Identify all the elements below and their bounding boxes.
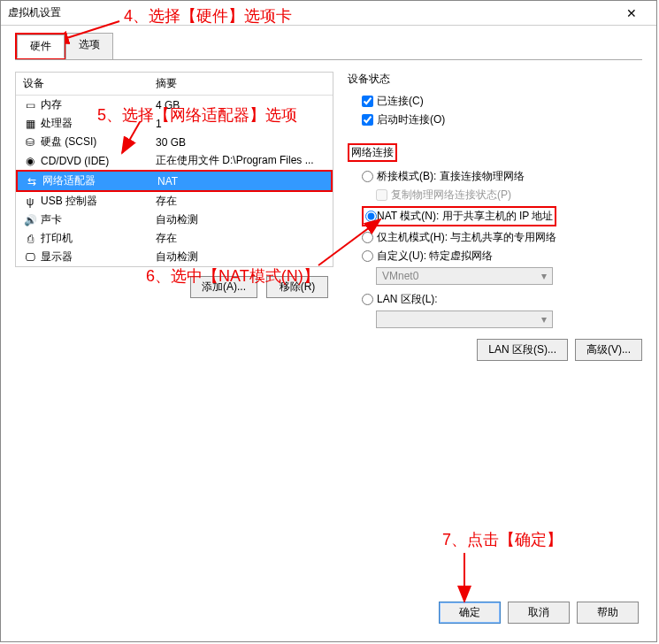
device-name: 硬盘 (SCSI) <box>41 134 156 150</box>
device-name: USB 控制器 <box>41 194 156 209</box>
device-summary: 存在 <box>156 231 326 246</box>
custom-dropdown: VMnet0 ▾ <box>376 267 553 285</box>
bridged-radio-row[interactable]: 桥接模式(B): 直接连接物理网络 <box>348 167 642 186</box>
titlebar: 虚拟机设置 ✕ <box>1 1 656 26</box>
content-area: 设备 摘要 ▭内存4 GB▦处理器1⛁硬盘 (SCSI)30 GB◉CD/DVD… <box>1 61 656 386</box>
device-name: 打印机 <box>41 231 156 246</box>
hostonly-radio-row[interactable]: 仅主机模式(H): 与主机共享的专用网络 <box>348 228 642 247</box>
help-button[interactable]: 帮助 <box>577 602 639 624</box>
device-row-net[interactable]: ⇆网络适配器NAT <box>18 172 331 190</box>
cpu-icon: ▦ <box>23 118 37 130</box>
hostonly-label: 仅主机模式(H): 与主机共享的专用网络 <box>377 230 556 245</box>
connected-checkbox[interactable] <box>362 96 373 107</box>
device-header: 设备 摘要 <box>16 73 333 96</box>
device-name: 处理器 <box>41 116 156 131</box>
device-row-cd[interactable]: ◉CD/DVD (IDE)正在使用文件 D:\Program Files ... <box>16 151 333 170</box>
custom-label: 自定义(U): 特定虚拟网络 <box>377 249 493 264</box>
device-name: 显示器 <box>41 249 156 264</box>
network-buttons: LAN 区段(S)... 高级(V)... <box>348 339 642 361</box>
dsp-icon: 🖵 <box>23 251 37 264</box>
advanced-button[interactable]: 高级(V)... <box>575 339 642 361</box>
network-title: 网络连接 <box>348 143 642 162</box>
header-summary: 摘要 <box>156 76 326 91</box>
prn-icon: ⎙ <box>23 233 37 245</box>
header-device: 设备 <box>23 76 156 91</box>
device-summary: 1 <box>156 118 326 130</box>
lan-radio-row[interactable]: LAN 区段(L): <box>348 290 642 309</box>
custom-radio[interactable] <box>362 250 373 262</box>
device-name: 声卡 <box>41 212 156 227</box>
nat-highlight: NAT 模式(N): 用于共享主机的 IP 地址 <box>362 206 556 226</box>
tab-hardware[interactable]: 硬件 <box>17 34 65 58</box>
lan-segment-button[interactable]: LAN 区段(S)... <box>477 339 568 361</box>
network-title-highlight: 网络连接 <box>348 143 397 162</box>
device-summary: 存在 <box>156 194 326 209</box>
replicate-label: 复制物理网络连接状态(P) <box>391 188 511 203</box>
connect-on-power-row[interactable]: 启动时连接(O) <box>348 111 642 129</box>
connected-label: 已连接(C) <box>377 94 424 109</box>
connected-checkbox-row[interactable]: 已连接(C) <box>348 92 642 111</box>
mem-icon: ▭ <box>23 99 37 111</box>
window-title: 虚拟机设置 <box>8 5 614 20</box>
network-connection-group: 网络连接 桥接模式(B): 直接连接物理网络 复制物理网络连接状态(P) NAT… <box>348 143 642 361</box>
bridged-label: 桥接模式(B): 直接连接物理网络 <box>377 169 525 184</box>
net-icon: ⇆ <box>25 175 39 188</box>
hdd-icon: ⛁ <box>23 136 37 149</box>
custom-dropdown-value: VMnet0 <box>382 270 418 282</box>
device-summary: 自动检测 <box>156 212 326 227</box>
custom-radio-row[interactable]: 自定义(U): 特定虚拟网络 <box>348 247 642 265</box>
nat-radio-row[interactable]: NAT 模式(N): 用于共享主机的 IP 地址 <box>348 204 642 228</box>
device-summary: 自动检测 <box>156 249 326 264</box>
settings-pane: 设备状态 已连接(C) 启动时连接(O) 网络连接 桥接模式(B): 直接连接物… <box>348 72 642 375</box>
hardware-tab-highlight: 硬件 <box>15 33 65 60</box>
cd-icon: ◉ <box>23 155 37 167</box>
connect-on-power-label: 启动时连接(O) <box>377 112 445 127</box>
device-summary: 正在使用文件 D:\Program Files ... <box>156 153 326 168</box>
device-status-group: 设备状态 已连接(C) 启动时连接(O) <box>348 72 642 129</box>
dialog-buttons: 确定 取消 帮助 <box>421 593 656 632</box>
bridged-radio[interactable] <box>362 171 373 182</box>
lan-dropdown: ▾ <box>376 310 553 328</box>
device-row-usb[interactable]: ψUSB 控制器存在 <box>16 192 333 211</box>
tab-options[interactable]: 选项 <box>65 33 113 60</box>
ok-button[interactable]: 确定 <box>439 602 501 624</box>
device-row-cpu[interactable]: ▦处理器1 <box>16 114 333 133</box>
device-summary: NAT <box>157 175 324 188</box>
close-button[interactable]: ✕ <box>614 3 649 24</box>
hostonly-radio[interactable] <box>362 232 373 243</box>
device-name: CD/DVD (IDE) <box>41 155 156 167</box>
nat-label: NAT 模式(N): 用于共享主机的 IP 地址 <box>377 209 553 224</box>
connect-on-power-checkbox[interactable] <box>362 114 373 126</box>
device-row-snd[interactable]: 🔊声卡自动检测 <box>16 211 333 229</box>
lan-label: LAN 区段(L): <box>377 292 438 307</box>
device-summary: 4 GB <box>156 99 326 111</box>
chevron-down-icon: ▾ <box>541 270 547 282</box>
device-row-dsp[interactable]: 🖵显示器自动检测 <box>16 248 333 266</box>
usb-icon: ψ <box>23 196 37 208</box>
status-title: 设备状态 <box>348 72 642 87</box>
device-name: 内存 <box>41 97 156 112</box>
vm-settings-window: 虚拟机设置 ✕ 硬件 选项 设备 摘要 ▭内存4 GB▦处理器1⛁硬盘 (SCS… <box>0 0 657 642</box>
nat-radio[interactable] <box>365 211 377 222</box>
device-buttons: 添加(A)... 移除(R) <box>15 276 333 298</box>
replicate-checkbox <box>376 189 387 201</box>
tab-bar: 硬件 选项 <box>1 26 656 60</box>
snd-icon: 🔊 <box>23 214 37 226</box>
replicate-row: 复制物理网络连接状态(P) <box>348 186 642 204</box>
add-button[interactable]: 添加(A)... <box>190 276 257 298</box>
device-table: 设备 摘要 ▭内存4 GB▦处理器1⛁硬盘 (SCSI)30 GB◉CD/DVD… <box>15 72 333 267</box>
remove-button[interactable]: 移除(R) <box>266 276 328 298</box>
device-list-pane: 设备 摘要 ▭内存4 GB▦处理器1⛁硬盘 (SCSI)30 GB◉CD/DVD… <box>15 72 333 375</box>
device-row-mem[interactable]: ▭内存4 GB <box>16 96 333 114</box>
device-row-hdd[interactable]: ⛁硬盘 (SCSI)30 GB <box>16 133 333 151</box>
device-name: 网络适配器 <box>42 173 157 188</box>
device-summary: 30 GB <box>156 136 326 149</box>
device-row-prn[interactable]: ⎙打印机存在 <box>16 229 333 248</box>
cancel-button[interactable]: 取消 <box>508 602 570 624</box>
lan-radio[interactable] <box>362 294 373 305</box>
chevron-down-icon: ▾ <box>541 313 547 326</box>
